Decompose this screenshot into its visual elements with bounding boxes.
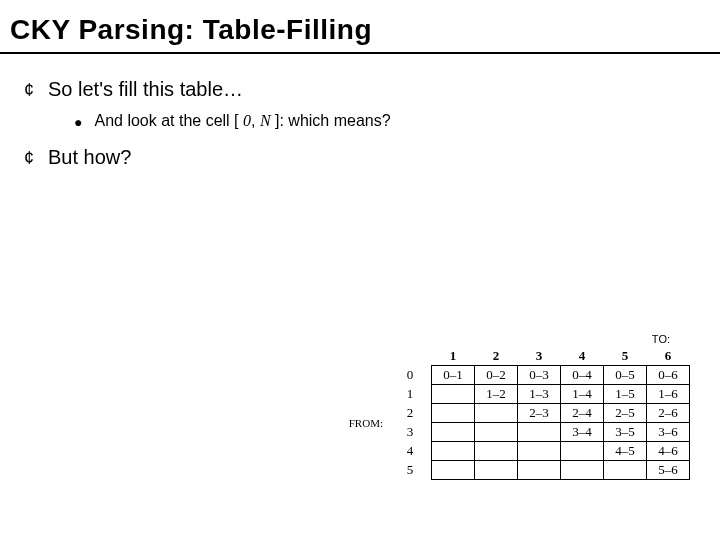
var-n: N: [260, 112, 271, 129]
table-row: 2 2–3 2–4 2–5 2–6: [343, 404, 690, 423]
table-cell: [432, 385, 475, 404]
text-fragment: ]: which means?: [271, 112, 391, 129]
table-cell: [518, 423, 561, 442]
col-header: 4: [561, 347, 604, 366]
table-cell: 0–2: [475, 366, 518, 385]
table-cell: 2–5: [604, 404, 647, 423]
table-row: FROM: 0 0–1 0–2 0–3 0–4 0–5 0–6: [343, 366, 690, 385]
table-cell: [475, 404, 518, 423]
table-cell: 0–5: [604, 366, 647, 385]
table-cell: 2–6: [647, 404, 690, 423]
to-label: TO:: [343, 333, 690, 347]
table-cell: 1–2: [475, 385, 518, 404]
bullet-1-1-text: And look at the cell [ 0, N ]: which mea…: [94, 112, 390, 130]
row-header: 1: [389, 385, 432, 404]
col-header: 2: [475, 347, 518, 366]
table-cell: 4–6: [647, 442, 690, 461]
ring-bullet-icon: ¢: [24, 78, 34, 102]
table-cell: [475, 423, 518, 442]
corner-blank: [343, 347, 389, 366]
ring-bullet-icon: ¢: [24, 146, 34, 170]
table-cell: [432, 442, 475, 461]
bullet-1-text: So let's fill this table…: [48, 78, 243, 101]
table-cell: [518, 442, 561, 461]
table-cell: 1–6: [647, 385, 690, 404]
table-cell: 1–3: [518, 385, 561, 404]
table-cell: [475, 461, 518, 480]
table-cell: 5–6: [647, 461, 690, 480]
text-fragment: ,: [251, 112, 260, 129]
text-fragment: And look at the cell [: [94, 112, 243, 129]
table-cell: [432, 423, 475, 442]
table-cell: 0–1: [432, 366, 475, 385]
row-header: 4: [389, 442, 432, 461]
table-cell: 3–4: [561, 423, 604, 442]
row-header: 3: [389, 423, 432, 442]
table-cell: 2–3: [518, 404, 561, 423]
disc-bullet-icon: ●: [74, 112, 82, 132]
table-cell: [432, 461, 475, 480]
slide-body: ¢ So let's fill this table… ● And look a…: [0, 54, 720, 170]
table-cell: [604, 461, 647, 480]
row-header: 5: [389, 461, 432, 480]
var-zero: 0: [243, 112, 251, 129]
col-header: 6: [647, 347, 690, 366]
table-cell: 0–3: [518, 366, 561, 385]
corner-blank: [389, 347, 432, 366]
table-cell: [561, 461, 604, 480]
slide-title: CKY Parsing: Table-Filling: [0, 0, 720, 54]
bullet-1-1: ● And look at the cell [ 0, N ]: which m…: [18, 112, 710, 132]
table-cell: 3–6: [647, 423, 690, 442]
header-row: 1 2 3 4 5 6: [343, 347, 690, 366]
table-row: 3 3–4 3–5 3–6: [343, 423, 690, 442]
table-row: 4 4–5 4–6: [343, 442, 690, 461]
bullet-1: ¢ So let's fill this table…: [18, 78, 710, 102]
table-cell: 1–4: [561, 385, 604, 404]
table-cell: 3–5: [604, 423, 647, 442]
from-label: FROM:: [343, 366, 389, 480]
table-cell: 0–4: [561, 366, 604, 385]
table-cell: 0–6: [647, 366, 690, 385]
table-cell: 2–4: [561, 404, 604, 423]
table-cell: [475, 442, 518, 461]
table-cell: [518, 461, 561, 480]
col-header: 5: [604, 347, 647, 366]
table-cell: 1–5: [604, 385, 647, 404]
col-header: 1: [432, 347, 475, 366]
cky-table: 1 2 3 4 5 6 FROM: 0 0–1 0–2 0–3 0–4 0–5 …: [343, 347, 690, 480]
bullet-2-text: But how?: [48, 146, 131, 169]
table-cell: 4–5: [604, 442, 647, 461]
row-header: 2: [389, 404, 432, 423]
table-cell: [561, 442, 604, 461]
cky-table-figure: TO: 1 2 3 4 5 6 FROM: 0 0–1 0–2 0–3 0–4 …: [343, 333, 690, 480]
row-header: 0: [389, 366, 432, 385]
table-row: 5 5–6: [343, 461, 690, 480]
bullet-2: ¢ But how?: [18, 146, 710, 170]
slide: CKY Parsing: Table-Filling ¢ So let's fi…: [0, 0, 720, 540]
col-header: 3: [518, 347, 561, 366]
table-row: 1 1–2 1–3 1–4 1–5 1–6: [343, 385, 690, 404]
table-cell: [432, 404, 475, 423]
